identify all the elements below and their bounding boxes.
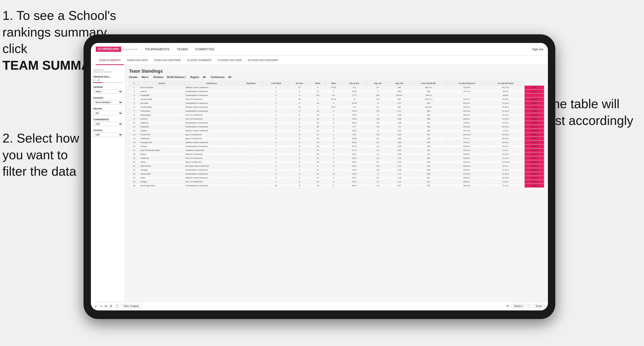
- eye-icon[interactable]: 👁: [506, 304, 509, 308]
- table-cell: -: [239, 141, 263, 145]
- table-cell: 280.7: [342, 184, 367, 188]
- table-cell: -0.4: [367, 176, 388, 180]
- table-cell: 76-26-1: [447, 141, 486, 145]
- undo-icon[interactable]: ↩: [94, 304, 97, 308]
- table-cell: 21: [310, 180, 326, 184]
- settings-icon[interactable]: ⚙: [110, 304, 112, 308]
- table-cell: 24: [310, 149, 326, 152]
- table-cell: 1.28: [388, 152, 410, 156]
- table-cell: 276.9: [342, 121, 367, 125]
- table-cell: 8: [289, 109, 310, 113]
- table-cell: -: [239, 137, 263, 141]
- range-slider[interactable]: [93, 82, 122, 83]
- gender-filter-label: Gender:: [129, 76, 138, 79]
- table-cell: 26: [289, 97, 310, 101]
- sign-out-button[interactable]: Sign out: [532, 48, 543, 51]
- tab-player-h2h-grid[interactable]: PLAYER H2H GRID: [215, 56, 245, 65]
- table-cell: -: [239, 145, 263, 149]
- division-select[interactable]: NCAA Division I: [93, 100, 122, 105]
- table-cell: 63-15-1: [447, 101, 486, 105]
- table-cell: 9: [289, 133, 310, 137]
- filter-gender: Gender Men's: [93, 86, 122, 94]
- table-cell: 18: [129, 152, 139, 156]
- gender-select[interactable]: Men's: [93, 89, 122, 94]
- tab-team-h2h-grid[interactable]: TEAM H2H GRID: [124, 56, 151, 65]
- nav-tournaments[interactable]: TOURNAMENTS: [145, 47, 169, 51]
- table-cell: -4: [367, 90, 388, 94]
- table-cell: 27: [310, 176, 326, 180]
- redo-icon[interactable]: ↪: [100, 304, 102, 308]
- table-cell: 54-4-0: [524, 90, 544, 94]
- table-cell: 2: [326, 133, 342, 137]
- table-cell: Texas: [139, 160, 184, 164]
- table-cell: 23: [310, 152, 326, 156]
- table-cell: 1.63: [388, 145, 410, 149]
- table-cell: Big 12 Conference: [184, 133, 239, 137]
- table-cell: Southern Conference: [184, 149, 239, 152]
- standings-table: # School Conference Reg Rank Conf Rank N…: [129, 81, 544, 188]
- table-row: 9ArizonaPac-12 Conference-28234276.3-4.6…: [129, 117, 544, 121]
- expand-icon[interactable]: ⛶: [528, 304, 531, 308]
- table-cell: 1: [263, 149, 289, 152]
- table-cell: -2.9: [367, 145, 388, 149]
- table-cell: -: [239, 86, 263, 90]
- watch-label: Watch: [514, 305, 521, 308]
- table-cell: Southeastern Conference: [184, 125, 239, 129]
- table-cell: 3: [263, 129, 289, 133]
- nav-teams[interactable]: TEAMS: [177, 47, 188, 51]
- table-cell: 52-40-3: [447, 172, 486, 176]
- table-cell: 21: [129, 164, 139, 168]
- conference-filter-chip: Conference: All: [211, 76, 232, 79]
- table-cell: 27-17-1: [524, 152, 544, 156]
- tab-team-h2h-heatmap[interactable]: TEAM H2H HEATMAP: [151, 56, 184, 65]
- table-cell: 2: [326, 137, 342, 141]
- table-cell: -: [239, 156, 263, 160]
- region-select[interactable]: N/A: [93, 111, 122, 115]
- table-cell: 262: [410, 101, 447, 105]
- nav-committee[interactable]: COMMITTEE: [195, 47, 214, 51]
- table-cell: Atlantic Coast Conference: [184, 86, 239, 90]
- share-button[interactable]: Share: [533, 304, 544, 308]
- table-cell: 1.41: [388, 164, 410, 168]
- table-cell: 12: [129, 129, 139, 133]
- table-cell: 33-38-4: [524, 160, 544, 164]
- timer-icon[interactable]: 🕐: [115, 304, 119, 308]
- school-select[interactable]: (All): [93, 133, 122, 137]
- table-cell: 17-33-34: [486, 160, 524, 164]
- table-cell: 15: [129, 141, 139, 145]
- table-cell: -: [239, 168, 263, 172]
- table-cell: 1.85: [388, 133, 410, 137]
- col-conference: Conference: [184, 81, 239, 86]
- table-cell: 8: [289, 152, 310, 156]
- table-cell: 26: [129, 184, 139, 188]
- table-row: 20TexasBig 12 Conference-38248278.60.71.…: [129, 160, 544, 164]
- table-area: Team Standings Gender: Men's Division: N…: [125, 65, 548, 302]
- watch-button[interactable]: Watch ▾: [512, 304, 525, 308]
- tab-player-summary[interactable]: PLAYER SUMMARY: [184, 56, 215, 65]
- table-cell: 278.7: [342, 164, 367, 168]
- table-cell: 6: [289, 101, 310, 105]
- table-cell: 83-25-1: [447, 156, 486, 160]
- instruction-step2-line2: you want to: [2, 148, 68, 162]
- table-cell: 1.85: [388, 137, 410, 141]
- gender-filter-value: Men's: [142, 76, 148, 79]
- tab-player-h2h-heatmap[interactable]: PLAYER H2H HEATMAP: [245, 56, 281, 65]
- tab-team-summary[interactable]: TEAM SUMMARY: [96, 56, 124, 65]
- conference-select[interactable]: (All): [93, 122, 122, 126]
- table-row: 19CaliforniaPac-12 Conference-48242278.2…: [129, 156, 544, 160]
- table-cell: 18-23-0: [486, 176, 524, 180]
- table-row: 10AlabamaSoutheastern Conference-5823327…: [129, 121, 544, 125]
- table-row: 24DukeAtlantic Coast Conference-59271279…: [129, 176, 544, 180]
- table-cell: 23-35-1: [524, 180, 544, 184]
- copy-icon[interactable]: ⧉: [105, 304, 107, 308]
- view-original-button[interactable]: View: Original: [122, 304, 141, 308]
- table-cell: 3: [326, 121, 342, 125]
- table-row: 15Georgia TechAtlantic Coast Conference-…: [129, 141, 544, 145]
- table-cell: 8: [289, 113, 310, 117]
- table-cell: 276.3: [342, 129, 367, 133]
- table-cell: 89.11: [524, 86, 544, 90]
- division-filter-value: NCAA Division I: [167, 76, 186, 79]
- table-cell: 8: [263, 168, 289, 172]
- table-cell: Alabama: [139, 121, 184, 125]
- table-cell: 11-28-2: [486, 172, 524, 176]
